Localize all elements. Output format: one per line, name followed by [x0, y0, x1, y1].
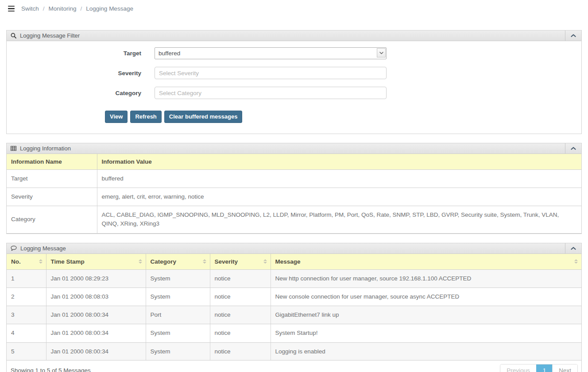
- col-no[interactable]: No.: [7, 254, 46, 270]
- info-value: ACL, CABLE_DIAG, IGMP_SNOOPING, MLD_SNOO…: [97, 206, 581, 234]
- table-row: 3 Jan 01 2000 08:00:34 Port notice Gigab…: [7, 306, 581, 324]
- chevron-up-icon: [571, 34, 576, 37]
- topbar: Switch / Monitoring / Logging Message: [0, 0, 588, 12]
- filter-form: Target buffered Severity Category View R…: [7, 41, 581, 134]
- pagination: Previous 1 Next: [500, 364, 578, 372]
- info-row-target: Target buffered: [7, 169, 581, 188]
- page-1-button[interactable]: 1: [536, 364, 553, 372]
- filter-collapse-button[interactable]: [565, 31, 581, 41]
- message-table-footer: Showing 1 to 5 of 5 Messages Previous 1 …: [7, 360, 581, 372]
- sort-icon: [39, 259, 43, 264]
- table-row: 4 Jan 01 2000 08:00:34 System notice Sys…: [7, 324, 581, 342]
- cell-timestamp: Jan 01 2000 08:00:34: [46, 342, 146, 360]
- showing-summary: Showing 1 to 5 of 5 Messages: [11, 367, 91, 372]
- col-severity[interactable]: Severity: [210, 254, 271, 270]
- cell-category: System: [146, 342, 210, 360]
- info-value: buffered: [97, 169, 581, 188]
- logging-message-table: No. Time Stamp Category Severity Message…: [7, 254, 581, 360]
- col-category[interactable]: Category: [146, 254, 210, 270]
- cell-severity: notice: [210, 269, 271, 288]
- breadcrumb-item-logging-message: Logging Message: [86, 5, 133, 12]
- col-message[interactable]: Message: [271, 254, 581, 270]
- cell-no: 2: [7, 288, 46, 306]
- cell-category: System: [146, 269, 210, 288]
- severity-row: Severity: [7, 67, 581, 79]
- cell-timestamp: Jan 01 2000 08:29:23: [46, 269, 146, 288]
- cell-category: Port: [146, 306, 210, 324]
- filter-buttons: View Refresh Clear buffered messages: [7, 111, 581, 123]
- chat-icon: [11, 245, 17, 251]
- cell-timestamp: Jan 01 2000 08:00:34: [46, 306, 146, 324]
- breadcrumb-separator: /: [43, 5, 45, 12]
- cell-severity: notice: [210, 306, 271, 324]
- next-page-button[interactable]: Next: [552, 364, 577, 372]
- table-row: 5 Jan 01 2000 08:00:34 System notice Log…: [7, 342, 581, 360]
- breadcrumb-separator: /: [81, 5, 82, 12]
- info-name: Category: [7, 206, 97, 234]
- target-label: Target: [7, 50, 141, 57]
- message-panel-title: Logging Message: [20, 245, 66, 252]
- category-row: Category: [7, 87, 581, 99]
- cell-category: System: [146, 288, 210, 306]
- col-time-stamp[interactable]: Time Stamp: [46, 254, 146, 270]
- info-col-value: Information Value: [97, 154, 581, 170]
- clear-buffered-messages-button[interactable]: Clear buffered messages: [164, 111, 243, 123]
- cell-timestamp: Jan 01 2000 08:00:34: [46, 324, 146, 342]
- breadcrumb: Switch / Monitoring / Logging Message: [21, 5, 133, 12]
- cell-category: System: [146, 324, 210, 342]
- info-name: Target: [7, 169, 97, 188]
- cell-no: 3: [7, 306, 46, 324]
- chevron-up-icon: [571, 147, 576, 150]
- target-select-wrap: buffered: [155, 47, 387, 59]
- filter-panel-header: Logging Message Filter: [7, 31, 581, 41]
- info-collapse-button[interactable]: [565, 143, 581, 153]
- table-row: 1 Jan 01 2000 08:29:23 System notice New…: [7, 269, 581, 288]
- info-panel-title: Logging Information: [20, 145, 71, 152]
- target-row: Target buffered: [7, 47, 581, 59]
- previous-page-button[interactable]: Previous: [500, 364, 536, 372]
- cell-message: Logging is enabled: [271, 342, 581, 360]
- target-select[interactable]: buffered: [155, 47, 387, 59]
- info-col-name: Information Name: [7, 154, 97, 170]
- cell-message: GigabitEthernet7 link up: [271, 306, 581, 324]
- table-icon: [11, 146, 16, 151]
- sort-icon: [203, 259, 206, 264]
- breadcrumb-item-switch[interactable]: Switch: [21, 5, 39, 12]
- breadcrumb-item-monitoring[interactable]: Monitoring: [49, 5, 77, 12]
- severity-label: Severity: [7, 70, 141, 77]
- cell-no: 1: [7, 269, 46, 288]
- sort-icon: [263, 259, 267, 264]
- category-input[interactable]: [155, 87, 387, 99]
- sort-icon: [574, 259, 578, 264]
- chevron-up-icon: [571, 247, 576, 250]
- cell-severity: notice: [210, 288, 271, 306]
- filter-panel-title: Logging Message Filter: [20, 32, 80, 39]
- cell-severity: notice: [210, 324, 271, 342]
- info-name: Severity: [7, 188, 97, 206]
- sort-icon: [139, 259, 142, 264]
- cell-timestamp: Jan 01 2000 08:08:03: [46, 288, 146, 306]
- refresh-button[interactable]: Refresh: [130, 111, 161, 123]
- message-collapse-button[interactable]: [565, 243, 581, 253]
- logging-message-panel: Logging Message No. Time Stamp Category …: [6, 243, 582, 372]
- menu-icon[interactable]: [7, 5, 15, 13]
- info-row-category: Category ACL, CABLE_DIAG, IGMP_SNOOPING,…: [7, 206, 581, 234]
- cell-message: New http connection for user manager, so…: [271, 269, 581, 288]
- info-header-row: Information Name Information Value: [7, 154, 581, 170]
- search-icon: [11, 33, 16, 38]
- logging-information-panel: Logging Information Information Name Inf…: [6, 143, 582, 234]
- cell-message: New console connection for user manager,…: [271, 288, 581, 306]
- cell-message: System Startup!: [271, 324, 581, 342]
- logging-information-table: Information Name Information Value Targe…: [7, 154, 581, 234]
- table-row: 2 Jan 01 2000 08:08:03 System notice New…: [7, 288, 581, 306]
- cell-no: 5: [7, 342, 46, 360]
- info-value: emerg, alert, crit, error, warning, noti…: [97, 188, 581, 206]
- cell-severity: notice: [210, 342, 271, 360]
- info-panel-header: Logging Information: [7, 143, 581, 154]
- message-header-row: No. Time Stamp Category Severity Message: [7, 254, 581, 270]
- cell-no: 4: [7, 324, 46, 342]
- severity-input[interactable]: [155, 67, 387, 79]
- category-label: Category: [7, 90, 141, 96]
- view-button[interactable]: View: [105, 111, 128, 123]
- message-panel-header: Logging Message: [7, 243, 581, 254]
